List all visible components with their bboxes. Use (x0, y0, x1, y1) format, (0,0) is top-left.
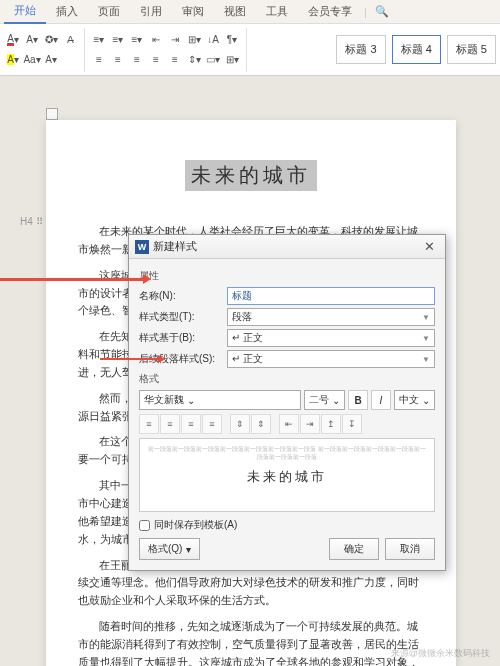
close-icon[interactable]: ✕ (419, 239, 439, 254)
tab-view[interactable]: 视图 (214, 0, 256, 23)
align-justify-btn[interactable]: ≡ (147, 51, 165, 69)
annotation-arrow-2 (100, 358, 160, 360)
name-input[interactable] (227, 287, 435, 305)
save-template-input[interactable] (139, 520, 150, 531)
tab-member[interactable]: 会员专享 (298, 0, 362, 23)
guides-btn[interactable]: ⊞▾ (185, 31, 203, 49)
dialog-app-icon: W (135, 240, 149, 254)
save-template-checkbox[interactable]: 同时保存到模板(A) (139, 518, 435, 532)
align-left-btn[interactable]: ≡ (90, 51, 108, 69)
base-label: 样式基于(B): (139, 331, 223, 345)
tab-tools[interactable]: 工具 (256, 0, 298, 23)
dialog-title-text: 新建样式 (153, 239, 197, 254)
tab-page[interactable]: 页面 (88, 0, 130, 23)
para-before-icon[interactable]: ↥ (321, 414, 341, 434)
font-effect-btn[interactable]: ✪▾ (42, 31, 60, 49)
indent-dec-btn[interactable]: ⇤ (147, 31, 165, 49)
align-justify-icon[interactable]: ≡ (202, 414, 222, 434)
sort-btn[interactable]: ↓A (204, 31, 222, 49)
style-h4[interactable]: 标题 4 (392, 35, 441, 64)
shading-btn[interactable]: ▭▾ (204, 51, 222, 69)
next-select[interactable]: ↵ 正文▼ (227, 350, 435, 368)
tab-review[interactable]: 审阅 (172, 0, 214, 23)
font-case-btn[interactable]: Aa▾ (23, 51, 41, 69)
border-btn[interactable]: ⊞▾ (223, 51, 241, 69)
align-right-icon[interactable]: ≡ (181, 414, 201, 434)
tab-start[interactable]: 开始 (4, 0, 46, 24)
search-icon[interactable]: 🔍 (375, 5, 389, 18)
spacing-1-icon[interactable]: ⇕ (230, 414, 250, 434)
align-dist-btn[interactable]: ≡ (166, 51, 184, 69)
indent-dec-icon[interactable]: ⇤ (279, 414, 299, 434)
font-color-btn[interactable]: A▾ (4, 31, 22, 49)
ribbon: A▾ A▾ ✪▾ A̶ A▾ Aa▾ A▾ ≡▾ ≡▾ ≡▾ ⇤ ⇥ ⊞▾ ↓A… (0, 24, 500, 76)
style-h3[interactable]: 标题 3 (336, 35, 385, 64)
base-select[interactable]: ↵ 正文▼ (227, 329, 435, 347)
para-after-icon[interactable]: ↧ (342, 414, 362, 434)
highlight-btn[interactable]: A▾ (4, 51, 22, 69)
cancel-button[interactable]: 取消 (385, 538, 435, 560)
italic-btn[interactable]: I (371, 390, 391, 410)
style-preview: 前一段落前一段落前一段落前一段落前一段落前一段落前一段落 前一段落前一段落前一段… (139, 438, 435, 512)
indent-inc-btn[interactable]: ⇥ (166, 31, 184, 49)
font-select[interactable]: 华文新魏⌄ (139, 390, 301, 410)
font-misc-btn[interactable]: A▾ (42, 51, 60, 69)
bold-btn[interactable]: B (348, 390, 368, 410)
tab-insert[interactable]: 插入 (46, 0, 88, 23)
name-label: 名称(N): (139, 289, 223, 303)
line-space-btn[interactable]: ⇕▾ (185, 51, 203, 69)
para[interactable]: 随着时间的推移，先知之城逐渐成为了一个可持续发展的典范。城市的能源消耗得到了有效… (78, 618, 424, 666)
font-style-btn[interactable]: A▾ (23, 31, 41, 49)
style-h5[interactable]: 标题 5 (447, 35, 496, 64)
marks-btn[interactable]: ¶▾ (223, 31, 241, 49)
dialog-titlebar[interactable]: W 新建样式 ✕ (129, 235, 445, 259)
doc-title[interactable]: 未来的城市 (185, 160, 317, 191)
type-label: 样式类型(T): (139, 310, 223, 324)
new-style-dialog: W 新建样式 ✕ 属性 名称(N): 样式类型(T): 段落▼ 样式基于(B):… (128, 234, 446, 571)
clear-fmt-btn[interactable]: A̶ (61, 31, 79, 49)
bullet-list-btn[interactable]: ≡▾ (90, 31, 108, 49)
align-center-btn[interactable]: ≡ (109, 51, 127, 69)
ruler-marker[interactable] (46, 108, 58, 120)
section-properties: 属性 (139, 269, 435, 283)
annotation-arrow-1 (0, 278, 145, 281)
tab-ref[interactable]: 引用 (130, 0, 172, 23)
number-list-btn[interactable]: ≡▾ (109, 31, 127, 49)
size-select[interactable]: 二号⌄ (304, 390, 345, 410)
lang-select[interactable]: 中文⌄ (394, 390, 435, 410)
align-left-icon[interactable]: ≡ (139, 414, 159, 434)
outline-h4-marker: H4 ⠿ (20, 216, 43, 227)
spacing-2-icon[interactable]: ⇕ (251, 414, 271, 434)
align-center-icon[interactable]: ≡ (160, 414, 180, 434)
indent-inc-icon[interactable]: ⇥ (300, 414, 320, 434)
section-format: 格式 (139, 372, 435, 386)
main-tab-bar: 开始 插入 页面 引用 审阅 视图 工具 会员专享 | 🔍 (0, 0, 500, 24)
type-select[interactable]: 段落▼ (227, 308, 435, 326)
multilevel-btn[interactable]: ≡▾ (128, 31, 146, 49)
ok-button[interactable]: 确定 (329, 538, 379, 560)
format-button[interactable]: 格式(Q) ▾ (139, 538, 200, 560)
watermark: 来源@微微余米数码科技 (391, 647, 490, 660)
align-right-btn[interactable]: ≡ (128, 51, 146, 69)
